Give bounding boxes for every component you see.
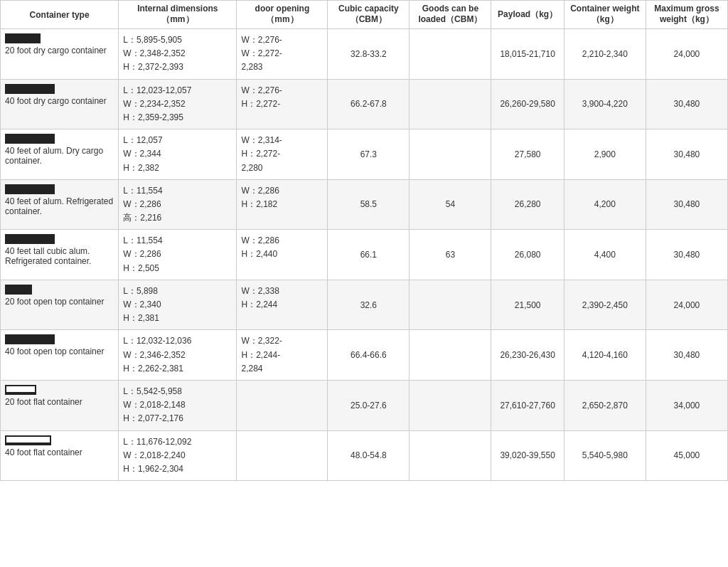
door-cell: W：2,286 H：2,182 [237,179,328,230]
goods-cell: 54 [410,179,491,230]
container-type-name: 20 foot dry cargo container [5,46,107,55]
cw-cell: 4,120-4,160 [564,330,646,381]
door-cell: W：2,322- H：2,244- 2,284 [237,330,328,381]
mgw-cell: 34,000 [646,380,727,430]
col-header-payload: Payload（kg） [491,1,564,29]
goods-cell [410,330,491,381]
type-cell: 40 foot open top container [1,330,119,381]
mgw-cell: 30,480 [646,79,727,129]
table-row: 40 foot open top containerL：12,032-12,03… [1,330,728,381]
mgw-cell: 30,480 [646,230,727,280]
table-row: 20 foot flat containerL：5,542-5,958 W：2,… [1,380,728,430]
mgw-cell: 24,000 [646,280,727,330]
type-cell: 20 foot dry cargo container [1,29,119,80]
cw-cell: 2,650-2,870 [564,380,646,430]
col-header-type: Container type [1,1,119,29]
mgw-cell: 30,480 [646,330,727,381]
col-header-cw: Container weight（kg） [564,1,646,29]
cw-cell: 2,390-2,450 [564,280,646,330]
dims-cell: L：5,898 W：2,340 H：2,381 [119,280,237,330]
col-header-door: door opening（mm） [237,1,328,29]
cubic-cell: 25.0-27.6 [328,380,410,430]
col-header-mgw: Maximum gross weight（kg） [646,1,727,29]
door-cell [237,380,328,430]
container-type-name: 40 foot open top container [5,346,104,356]
container-type-name: 20 foot open top container [5,297,104,307]
table-row: 40 feet tall cubic alum. Refrigerated co… [1,230,728,280]
type-cell: 40 feet tall cubic alum. Refrigerated co… [1,230,119,280]
container-specs-table: Container type Internal dimensions（mm） d… [0,0,728,481]
cubic-cell: 66.1 [328,230,410,280]
mgw-cell: 30,480 [646,129,727,180]
goods-cell: 63 [410,230,491,280]
door-cell: W：2,314- H：2,272- 2,280 [237,129,328,180]
table-row: 40 foot flat containerL：11,676-12,092 W：… [1,430,728,481]
mgw-cell: 30,480 [646,179,727,230]
col-header-cubic: Cubic capacity（CBM） [328,1,410,29]
container-icon [5,184,55,194]
container-type-name: 40 feet of alum. Dry cargo container. [5,146,103,166]
cubic-cell: 66.4-66.6 [328,330,410,381]
door-cell [237,430,328,481]
container-type-name: 40 foot flat container [5,447,82,457]
dims-cell: L：5,895-5,905 W：2,348-2,352 H：2,372-2,39… [119,29,237,80]
cw-cell: 4,200 [564,179,646,230]
payload-cell: 21,500 [491,280,564,330]
container-icon [5,385,36,395]
goods-cell [410,79,491,129]
dims-cell: L：12,023-12,057 W：2,234-2,352 H：2,359-2,… [119,79,237,129]
goods-cell [410,280,491,330]
payload-cell: 26,080 [491,230,564,280]
mgw-cell: 45,000 [646,430,727,481]
dims-cell: L：11,676-12,092 W：2,018-2,240 H：1,962-2,… [119,430,237,481]
payload-cell: 26,280 [491,179,564,230]
dims-cell: L：12,057 W：2,344 H：2,382 [119,129,237,180]
door-cell: W：2,286 H：2,440 [237,230,328,280]
table-row: 20 foot dry cargo containerL：5,895-5,905… [1,29,728,80]
cw-cell: 2,900 [564,129,646,180]
payload-cell: 27,610-27,760 [491,380,564,430]
container-type-name: 40 feet tall cubic alum. Refrigerated co… [5,246,91,266]
table-row: 40 feet of alum. Dry cargo container.L：1… [1,129,728,180]
type-cell: 20 foot flat container [1,380,119,430]
type-cell: 40 foot dry cargo container [1,79,119,129]
payload-cell: 18,015-21,710 [491,29,564,80]
goods-cell [410,430,491,481]
cubic-cell: 66.2-67.8 [328,79,410,129]
dims-cell: L：5,542-5,958 W：2,018-2,148 H：2,077-2,17… [119,380,237,430]
container-type-name: 20 foot flat container [5,397,82,407]
payload-cell: 27,580 [491,129,564,180]
door-cell: W：2,276- H：2,272- [237,79,328,129]
header-row: Container type Internal dimensions（mm） d… [1,1,728,29]
col-header-goods: Goods can be loaded（CBM） [410,1,491,29]
payload-cell: 26,230-26,430 [491,330,564,381]
dims-cell: L：11,554 W：2,286 H：2,505 [119,230,237,280]
type-cell: 20 foot open top container [1,280,119,330]
dims-cell: L：12,032-12,036 W：2,346-2,352 H：2,262-2,… [119,330,237,381]
cubic-cell: 48.0-54.8 [328,430,410,481]
type-cell: 40 feet of alum. Refrigerated container. [1,179,119,230]
container-icon [5,134,55,144]
col-header-dims: Internal dimensions（mm） [119,1,237,29]
container-icon [5,84,55,94]
cubic-cell: 32.8-33.2 [328,29,410,80]
container-icon [5,285,32,295]
container-icon [5,334,55,344]
table-row: 40 feet of alum. Refrigerated container.… [1,179,728,230]
table-row: 40 foot dry cargo containerL：12,023-12,0… [1,79,728,129]
cubic-cell: 32.6 [328,280,410,330]
payload-cell: 39,020-39,550 [491,430,564,481]
mgw-cell: 24,000 [646,29,727,80]
cw-cell: 5,540-5,980 [564,430,646,481]
cw-cell: 3,900-4,220 [564,79,646,129]
door-cell: W：2,276- W：2,272- 2,283 [237,29,328,80]
type-cell: 40 feet of alum. Dry cargo container. [1,129,119,180]
table-row: 20 foot open top containerL：5,898 W：2,34… [1,280,728,330]
container-type-name: 40 foot dry cargo container [5,96,107,106]
container-icon [5,33,41,43]
cubic-cell: 58.5 [328,179,410,230]
container-type-name: 40 feet of alum. Refrigerated container. [5,196,113,216]
goods-cell [410,29,491,80]
cw-cell: 2,210-2,340 [564,29,646,80]
dims-cell: L：11,554 W：2,286 高：2,216 [119,179,237,230]
